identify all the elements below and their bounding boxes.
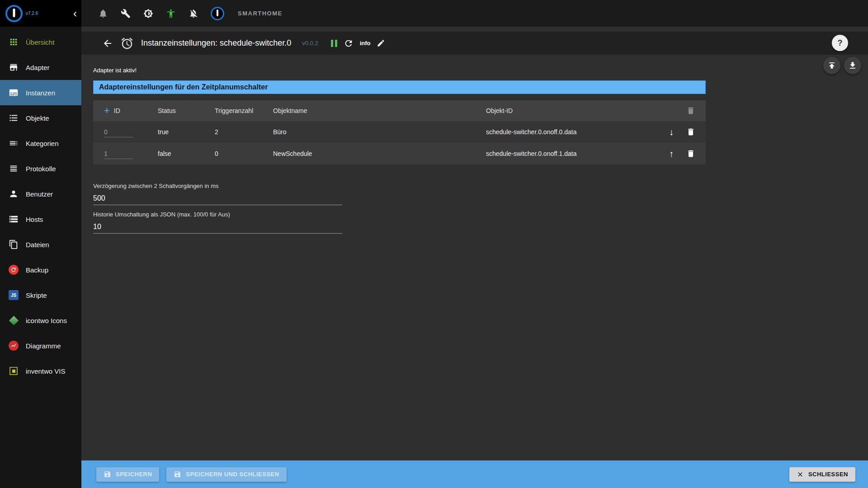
row-status: true: [158, 128, 215, 136]
icontwo-gem-icon: [8, 315, 19, 326]
instance-settings-header: Instanzeinstellungen: schedule-switcher.…: [81, 32, 868, 55]
history-input[interactable]: [93, 221, 342, 234]
delete-row-button[interactable]: [680, 127, 701, 136]
sidebar-item-skripte[interactable]: JS Skripte: [0, 282, 81, 308]
sidebar-item-protokolle[interactable]: Protokolle: [0, 156, 81, 181]
dialog-footer: SPEICHERN SPEICHERN UND SCHLIESSEN SCHLI…: [81, 460, 868, 488]
sidebar-item-label: Instanzen: [26, 89, 55, 97]
categories-icon: [8, 138, 19, 149]
log-lines-icon: [8, 163, 19, 174]
row-object-id: schedule-switcher.0.onoff.0.data: [486, 128, 662, 136]
sidebar-item-backup[interactable]: Backup: [0, 257, 81, 282]
back-arrow-icon[interactable]: [102, 38, 113, 49]
close-button[interactable]: SCHLIESSEN: [789, 467, 855, 482]
delay-input[interactable]: [93, 192, 342, 205]
charts-icon: [8, 340, 19, 351]
settings-banner-title: Adaptereinstellungen für den Zeitplanums…: [99, 83, 268, 91]
arrow-up-icon: ↑: [669, 149, 674, 158]
table-row: true 2 Büro schedule-switcher.0.onoff.0.…: [93, 121, 706, 143]
sidebar-item-label: icontwo Icons: [26, 317, 67, 324]
theme-brightness-icon[interactable]: [143, 8, 154, 19]
sidebar-item-label: Backup: [26, 266, 48, 274]
delete-column-icon: [680, 106, 701, 115]
table-row: false 0 NewSchedule schedule-switcher.0.…: [93, 143, 706, 164]
page-title: Instanzeinstellungen: schedule-switcher.…: [141, 38, 291, 48]
sidebar-header: v7.2.6 ‹: [0, 0, 81, 27]
sidebar-item-dateien[interactable]: Dateien: [0, 232, 81, 257]
notifications-icon[interactable]: [98, 8, 108, 19]
add-row-button[interactable]: +: [104, 106, 110, 116]
history-field-label: Historie Umschaltung als JSON (max. 100/…: [93, 211, 342, 218]
schedule-switcher-adapter-icon: [120, 37, 134, 50]
sidebar-item-uebersicht[interactable]: Übersicht: [0, 29, 81, 55]
col-header-objectid: Objekt-ID: [486, 107, 662, 114]
row-trigger-count: 2: [215, 128, 273, 136]
top-bar: v7.2.6 ‹ SMARTHOME: [0, 0, 868, 27]
sidebar-item-inventwo-vis[interactable]: inventwo VIS: [0, 358, 81, 384]
sidebar-item-kategorien[interactable]: Kategorien: [0, 131, 81, 156]
sidebar-item-label: Übersicht: [26, 38, 54, 46]
move-up-button[interactable]: ↑: [662, 149, 680, 158]
iobroker-logo-icon: [5, 5, 23, 22]
col-header-trigger: Triggeranzahl: [215, 107, 273, 114]
sidebar-item-label: Objekte: [26, 114, 49, 122]
download-config-button[interactable]: [844, 57, 861, 74]
delay-field-label: Verzögerung zwischen 2 Schaltvorgängen i…: [93, 183, 342, 189]
sidebar-item-icontwo[interactable]: icontwo Icons: [0, 308, 81, 333]
smarthome-brand-label: SMARTHOME: [238, 10, 283, 17]
sidebar-item-instanzen[interactable]: Instanzen: [0, 80, 81, 105]
sidebar-item-label: Diagramme: [26, 342, 61, 350]
sidebar-item-label: inventwo VIS: [26, 367, 66, 375]
sidebar-item-diagramme[interactable]: Diagramme: [0, 333, 81, 358]
sidebar-item-label: Skripte: [26, 291, 47, 299]
sidebar-item-adapter[interactable]: Adapter: [0, 55, 81, 80]
admin-version-label: v7.2.6: [26, 11, 70, 16]
table-header-row: + ID Status Triggeranzahl Objektname Obj…: [93, 100, 706, 121]
store-icon: [8, 62, 19, 73]
arrow-down-icon: ↓: [669, 127, 674, 136]
row-object-name: NewSchedule: [273, 150, 486, 157]
save-and-close-button[interactable]: SPEICHERN UND SCHLIESSEN: [166, 467, 286, 482]
edit-pencil-icon[interactable]: [377, 39, 385, 47]
delete-row-button[interactable]: [680, 149, 701, 158]
close-icon: [797, 471, 804, 478]
inventwo-vis-icon: [8, 366, 19, 376]
top-toolbar: SMARTHOME: [81, 0, 868, 27]
storage-icon: [8, 214, 19, 225]
sidebar-collapse-button[interactable]: ‹: [73, 8, 77, 19]
pause-instance-icon[interactable]: [331, 40, 337, 47]
row-object-id: schedule-switcher.0.onoff.1.data: [486, 150, 662, 157]
row-id-input[interactable]: [104, 149, 133, 159]
info-link[interactable]: info: [360, 40, 371, 47]
javascript-icon: JS: [8, 290, 19, 300]
list-bulleted-icon: [8, 113, 19, 123]
instances-icon: [8, 87, 19, 98]
refresh-icon[interactable]: [344, 38, 354, 48]
adapter-status-text: Adapter ist aktiv!: [93, 67, 856, 74]
row-status: false: [158, 150, 215, 157]
schedule-table: + ID Status Triggeranzahl Objektname Obj…: [93, 100, 706, 164]
row-id-input[interactable]: [104, 127, 133, 137]
upload-config-button[interactable]: [823, 57, 840, 74]
wrench-icon[interactable]: [120, 8, 131, 19]
notifications-off-icon[interactable]: [188, 8, 199, 19]
save-button[interactable]: SPEICHERN: [96, 467, 159, 482]
sidebar-item-benutzer[interactable]: Benutzer: [0, 181, 81, 206]
col-header-id: ID: [114, 107, 120, 114]
backup-icon: [8, 264, 19, 275]
accessibility-user-icon[interactable]: [165, 8, 176, 19]
files-icon: [8, 239, 19, 250]
config-io-buttons: [823, 57, 861, 74]
sidebar-item-label: Benutzer: [26, 190, 53, 198]
sidebar-item-label: Dateien: [26, 241, 49, 249]
save-icon: [174, 470, 181, 478]
sidebar-item-hosts[interactable]: Hosts: [0, 206, 81, 232]
sidebar-item-label: Hosts: [26, 216, 43, 223]
sidebar-item-objekte[interactable]: Objekte: [0, 105, 81, 131]
main-area: Instanzeinstellungen: schedule-switcher.…: [81, 27, 868, 488]
row-object-name: Büro: [273, 128, 486, 136]
move-down-button[interactable]: ↓: [662, 127, 680, 136]
help-button[interactable]: ?: [832, 35, 848, 51]
grid-icon: [8, 37, 19, 47]
person-icon: [8, 188, 19, 199]
